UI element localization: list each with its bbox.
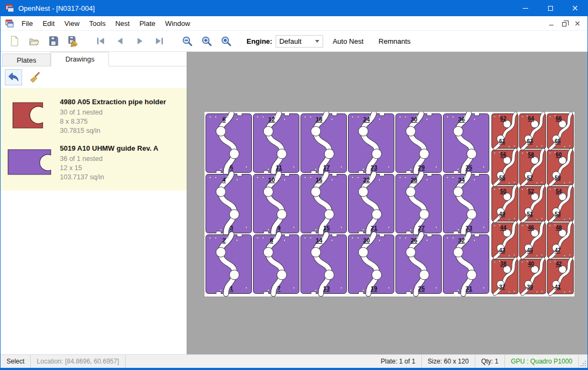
tab-drawings[interactable]: Drawings [51, 52, 109, 66]
nested-part-pair[interactable]: 87 [254, 234, 299, 294]
drawing-item-2[interactable]: 5019 A10 UHMW guide Rev. A 36 of 1 neste… [1, 139, 187, 185]
nested-part-pair[interactable]: 2423 [348, 113, 394, 173]
window-minimize-button[interactable] [513, 0, 538, 16]
svg-text:51: 51 [527, 211, 534, 217]
drawing-meta: 4980 A05 Extraction pipe holder 30 of 1 … [56, 96, 166, 136]
minimize-icon [549, 25, 553, 25]
blue-arrow-icon [7, 71, 20, 84]
svg-text:31: 31 [466, 285, 472, 292]
plate-sheet[interactable]: 6512111817242330293635431091615222128273… [204, 112, 575, 297]
nested-part-pair[interactable]: 6463 [519, 113, 546, 149]
nested-part-pair[interactable]: 1413 [301, 234, 347, 294]
svg-text:53: 53 [555, 211, 561, 217]
nested-part-pair[interactable]: 3433 [443, 174, 489, 233]
menu-file[interactable]: File [17, 17, 38, 30]
nested-part-pair[interactable]: 6261 [492, 113, 518, 149]
svg-text:10: 10 [268, 177, 275, 183]
svg-text:11: 11 [276, 164, 282, 171]
zoom-fit-button[interactable] [216, 32, 236, 50]
nested-part-pair[interactable]: 4645 [519, 223, 546, 258]
svg-text:18: 18 [316, 116, 322, 123]
window-maximize-button[interactable] [538, 0, 563, 16]
svg-text:6: 6 [222, 116, 225, 123]
tab-plates[interactable]: Plates [2, 53, 51, 66]
window-close-button[interactable] [563, 0, 587, 16]
mdi-restore-button[interactable] [558, 18, 571, 29]
window-controls [513, 0, 587, 16]
zoom-out-button[interactable] [177, 32, 197, 50]
save-as-button[interactable] [63, 32, 83, 50]
nested-part-pair[interactable]: 3635 [443, 113, 489, 173]
previous-plate-button[interactable] [111, 32, 130, 50]
nested-part-pair[interactable]: 1211 [254, 113, 299, 173]
svg-text:13: 13 [323, 285, 330, 292]
nested-part-pair[interactable]: 2827 [396, 174, 442, 233]
status-spacer [126, 355, 375, 368]
nested-part-pair[interactable]: 5049 [492, 186, 518, 221]
svg-text:27: 27 [418, 225, 425, 231]
drawing-thumbnail [4, 142, 56, 182]
engine-select[interactable]: Default [276, 35, 323, 48]
nested-part-pair[interactable]: 3837 [492, 259, 518, 294]
zoom-in-button[interactable] [197, 32, 216, 50]
replace-drawing-button[interactable] [5, 69, 22, 85]
statusbar: Select Location: [84.8696, 60.6957] Plat… [1, 354, 587, 368]
next-plate-button[interactable] [130, 32, 149, 50]
nested-part-pair[interactable]: 4847 [547, 223, 573, 258]
nested-part-pair[interactable]: 109 [254, 174, 299, 233]
nest-canvas[interactable]: 6512111817242330293635431091615222128273… [187, 52, 587, 354]
nested-part-pair[interactable]: 43 [206, 174, 252, 233]
open-button[interactable] [24, 32, 44, 50]
resize-grip[interactable] [579, 355, 587, 368]
last-plate-button[interactable] [149, 32, 169, 50]
nested-part-pair[interactable]: 5251 [519, 186, 546, 221]
mdi-close-button[interactable] [571, 18, 584, 29]
menu-window[interactable]: Window [160, 17, 195, 30]
previous-arrow-icon [114, 35, 126, 47]
svg-text:19: 19 [371, 285, 377, 292]
nested-part-pair[interactable]: 6059 [547, 150, 573, 185]
save-icon [47, 35, 59, 47]
nested-part-pair[interactable]: 2019 [348, 234, 394, 294]
menu-nest[interactable]: Nest [111, 17, 135, 30]
nested-part-pair[interactable]: 5655 [492, 150, 518, 185]
save-button[interactable] [44, 32, 63, 50]
nested-part-pair[interactable]: 2625 [396, 234, 442, 294]
nested-part-pair[interactable]: 5857 [519, 150, 546, 185]
svg-text:12: 12 [268, 116, 275, 123]
nested-part-pair[interactable]: 4039 [519, 259, 546, 294]
nested-part-pair[interactable]: 4241 [547, 259, 573, 294]
menu-plate[interactable]: Plate [134, 17, 160, 30]
nested-part-pair[interactable]: 65 [206, 113, 252, 173]
zoom-in-icon [201, 35, 213, 47]
nested-part-pair[interactable]: 1615 [301, 174, 347, 233]
svg-text:2: 2 [222, 237, 225, 244]
drawing-item-1[interactable]: 4980 A05 Extraction pipe holder 30 of 1 … [1, 92, 187, 139]
menu-tools[interactable]: Tools [84, 17, 110, 30]
remnants-button[interactable]: Remnants [373, 33, 416, 49]
drawing-nested-count: 30 of 1 nested [60, 108, 166, 117]
first-plate-button[interactable] [91, 32, 111, 50]
nested-part-pair[interactable]: 5453 [547, 186, 573, 221]
nested-part-pair[interactable]: 3231 [443, 234, 489, 294]
svg-text:38: 38 [500, 261, 507, 267]
status-location: Location: [84.8696, 60.6957] [31, 355, 125, 368]
nested-part-pair[interactable]: 2221 [348, 174, 394, 233]
menu-edit[interactable]: Edit [38, 17, 59, 30]
zoom-out-icon [181, 35, 193, 47]
nested-part-pair[interactable]: 3029 [396, 113, 442, 173]
nested-part-pair[interactable]: 4443 [492, 223, 518, 258]
new-button[interactable] [5, 32, 24, 50]
menu-view[interactable]: View [59, 17, 84, 30]
save-as-icon [67, 35, 79, 47]
auto-nest-button[interactable]: Auto Nest [327, 33, 369, 49]
mdi-minimize-button[interactable] [545, 18, 558, 29]
nested-part-pair[interactable]: 6665 [547, 113, 573, 149]
nested-part-pair[interactable]: 21 [206, 234, 252, 294]
nested-part-pair[interactable]: 1817 [301, 113, 347, 173]
clean-button[interactable] [26, 69, 44, 85]
document-window-icon [5, 19, 13, 28]
drawing-list: 4980 A05 Extraction pipe holder 30 of 1 … [1, 88, 187, 191]
restore-icon [562, 22, 566, 26]
status-mode: Select [1, 355, 31, 368]
